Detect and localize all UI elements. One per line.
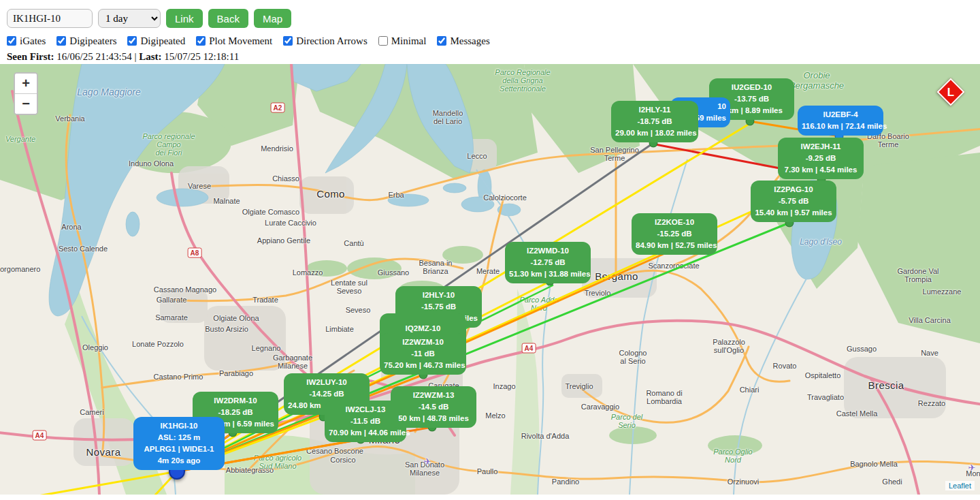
checkbox-direction-arrows[interactable]: [283, 36, 293, 46]
filter-messages[interactable]: Messages: [437, 35, 489, 47]
station-label-I2HLY-11[interactable]: I2HLY-11-18.75 dB29.00 km | 18.02 miles: [611, 101, 698, 142]
checkbox-digipeated[interactable]: [127, 36, 137, 46]
station-detail: -18.75 dB: [615, 116, 694, 127]
back-button[interactable]: Back: [208, 9, 248, 28]
zoom-out-button[interactable]: −: [15, 94, 37, 114]
station-detail: -11 dB: [384, 348, 462, 360]
station-detail: 70.90 km | 44.06 miles: [329, 427, 402, 439]
seen-first-label: Seen First:: [7, 51, 54, 62]
station-detail: -9.25 dB: [782, 153, 860, 164]
station-label-IW2EJH-11[interactable]: IW2EJH-11-9.25 dB7.30 km | 4.54 miles: [778, 138, 864, 179]
filter-digipeaters[interactable]: Digipeaters: [56, 35, 116, 47]
leaflet-map[interactable]: Lago MaggioreVerbaniaVerganteParco regio…: [0, 64, 980, 495]
station-detail: -15.75 dB: [399, 301, 478, 313]
filter-plot-movement[interactable]: Plot Movement: [196, 35, 272, 47]
callsign-input[interactable]: [7, 9, 93, 28]
station-callsign: IU2EBF-4: [802, 109, 879, 121]
station-callsign: I2HLY-11: [615, 104, 694, 116]
station-detail: 50 km | 48.78 miles: [395, 413, 472, 424]
seen-last-label: Last:: [139, 51, 161, 62]
station-detail: 15.40 km | 9.57 miles: [755, 207, 832, 219]
station-label-IU2EBF-4[interactable]: IU2EBF-4116.10 km | 72.14 miles: [798, 106, 883, 136]
motorway-shield-A2: A2: [271, 103, 285, 113]
filter-label: Digipeated: [140, 35, 185, 47]
map-button[interactable]: Map: [254, 9, 291, 28]
filter-digipeated[interactable]: Digipeated: [127, 35, 185, 47]
filter-label: Plot Movement: [209, 35, 272, 47]
station-detail: 75.20 km | 46.73 miles: [384, 360, 462, 371]
station-callsign: I2HLY-10: [399, 290, 478, 301]
station-detail: 116.10 km | 72.14 miles: [802, 121, 879, 132]
station-callsign: IZ2KOE-10: [636, 217, 713, 228]
station-detail: 51.30 km | 31.88 miles: [509, 268, 587, 280]
leaflet-attribution-link[interactable]: Leaflet: [945, 481, 975, 490]
station-detail: APLRG1 | WIDE1-1: [137, 443, 220, 455]
time-range-select[interactable]: 1 day: [98, 9, 161, 28]
filter-label: Digipeaters: [69, 35, 116, 47]
station-detail: -15.25 dB: [636, 228, 713, 240]
station-callsign: IQ2MZ-10: [384, 323, 462, 334]
zoom-in-button[interactable]: +: [15, 74, 37, 93]
station-callsign: IZ2WZM-13: [395, 390, 472, 401]
station-label-IZ2PAG-10[interactable]: IZ2PAG-10-5.75 dB15.40 km | 9.57 miles: [751, 181, 836, 222]
seen-separator: |: [135, 51, 137, 62]
station-detail: -14.5 dB: [395, 401, 472, 413]
station-label-IZ2WZM-13[interactable]: IZ2WZM-13-14.5 dB50 km | 48.78 miles: [391, 386, 476, 428]
station-detail: 4m 20s ago: [137, 455, 220, 467]
station-callsign: IZ2WZM-10: [384, 337, 462, 348]
station-callsign: IZ2WMD-10: [509, 245, 587, 257]
seen-last-value: 15/07/25 12:18:11: [164, 51, 239, 62]
station-callsign: IK1HGI-10: [137, 420, 220, 432]
checkbox-igates[interactable]: [7, 36, 16, 46]
station-callsign: IU2GED-10: [713, 82, 790, 93]
motorway-shield-A4: A4: [522, 343, 536, 354]
motorway-shield-A4: A4: [33, 431, 47, 441]
checkbox-plot-movement[interactable]: [196, 36, 206, 46]
station-callsign: IZ2PAG-10: [755, 184, 832, 196]
station-label-IZ2KOE-10[interactable]: IZ2KOE-10-15.25 dB84.90 km | 52.75 miles: [632, 213, 717, 255]
filter-label: iGates: [20, 35, 46, 47]
station-detail: 7.30 km | 4.54 miles: [782, 164, 860, 176]
station-detail: -12.75 dB: [509, 257, 587, 268]
filter-minimal[interactable]: Minimal: [378, 35, 427, 47]
station-detail: 84.90 km | 52.75 miles: [636, 240, 713, 251]
motorway-shield-A8: A8: [188, 248, 202, 258]
checkbox-messages[interactable]: [437, 36, 446, 46]
station-label-IK1HGI-10[interactable]: IK1HGI-10ASL: 125 mAPLRG1 | WIDE1-14m 20…: [133, 417, 225, 470]
checkbox-minimal[interactable]: [378, 36, 388, 46]
toolbar: 1 day LinkBackMap: [0, 0, 980, 30]
station-callsign: IW2LUY-10: [288, 377, 365, 388]
station-detail: ASL: 125 m: [137, 432, 220, 443]
zoom-control: + −: [14, 72, 38, 115]
station-label-IZ2WMD-10[interactable]: IZ2WMD-10-12.75 dB51.30 km | 31.88 miles: [505, 242, 591, 283]
station-detail: -14.25 dB: [288, 388, 365, 400]
aprs-symbol-letter: L: [943, 84, 960, 101]
filter-igates[interactable]: iGates: [7, 35, 46, 47]
seen-status-line: Seen First: 16/06/25 21:43:54 | Last: 15…: [0, 48, 980, 65]
station-callsign: IW2DRM-10: [197, 395, 274, 407]
filter-label: Minimal: [391, 35, 427, 47]
station-detail: 29.00 km | 18.02 miles: [615, 127, 694, 139]
link-button[interactable]: Link: [166, 9, 203, 28]
checkbox-digipeaters[interactable]: [56, 36, 66, 46]
filter-label: Messages: [450, 35, 489, 47]
filter-direction-arrows[interactable]: Direction Arrows: [283, 35, 368, 47]
station-detail: -5.75 dB: [755, 196, 832, 207]
station-callsign: IW2EJH-11: [782, 141, 860, 153]
seen-first-value: 16/06/25 21:43:54: [56, 51, 131, 62]
toolbar-buttons: LinkBackMap: [166, 9, 291, 28]
filter-label: Direction Arrows: [296, 35, 368, 47]
station-label-IZ2WZM-10[interactable]: IZ2WZM-10-11 dB75.20 km | 46.73 miles: [380, 333, 466, 375]
filter-bar: iGatesDigipeatersDigipeatedPlot Movement…: [0, 30, 980, 48]
